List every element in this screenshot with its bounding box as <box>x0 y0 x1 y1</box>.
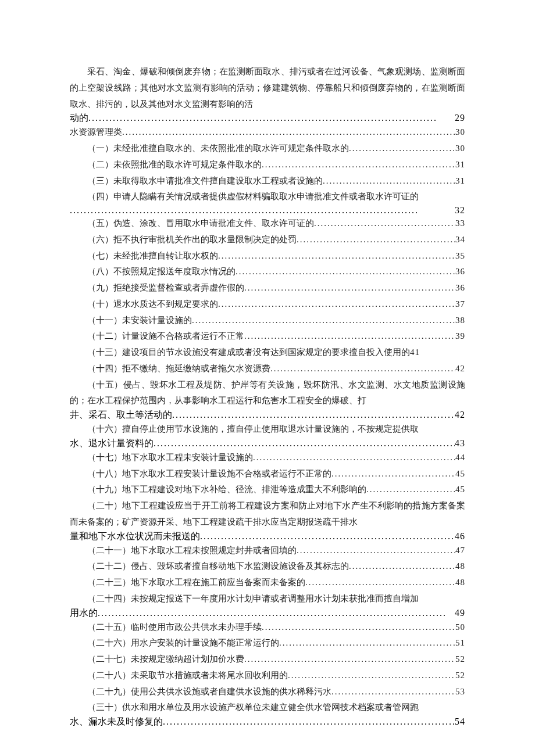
toc-item-tail-line[interactable]: 水、漏水未及时修复的54 <box>70 716 465 728</box>
toc-item-label: （十二）计量设施不合格或者运行不正常 <box>87 328 244 345</box>
toc-item-label: （十九）地下工程建设对地下水补给、径流、排泄等造成重大不利影响的 <box>87 482 366 498</box>
toc-item-label: （二十六）用水户安装的计量设施不能正常运行的 <box>87 635 279 651</box>
toc-item-tail: 用水的 <box>70 607 98 619</box>
leader-dots <box>288 668 455 684</box>
toc-page-number: 43 <box>455 438 465 449</box>
toc-item-tail-line[interactable]: 32 <box>70 205 465 216</box>
leader-dots <box>200 531 455 542</box>
leader-dots <box>172 410 455 420</box>
toc-item[interactable]: （五）伪造、涂改、冒用取水申请批准文件、取水许可证的33 <box>70 216 465 232</box>
toc-item-label: （十）退水水质达不到规定要求的 <box>87 296 218 313</box>
toc-item-label: （二十八）未采取节水措施或者未将尾水回收利用的 <box>87 668 288 684</box>
leader-dots <box>262 157 455 173</box>
toc-item-label: （二十三）地下水取水工程在施工前应当备案而未备案的 <box>87 575 305 591</box>
toc-item[interactable]: （十二）计量设施不合格或者运行不正常39 <box>70 328 465 345</box>
toc-item-body: （二十）地下工程建设应当于开工前将工程建设方案和防止对地下水产生不利影响的措施方… <box>70 498 465 531</box>
leader-dots <box>349 141 455 157</box>
toc-item[interactable]: （十九）地下工程建设对地下水补给、径流、排泄等造成重大不利影响的45 <box>70 482 465 498</box>
toc-page-number: 38 <box>455 313 465 329</box>
toc-page-number: 48 <box>455 558 465 575</box>
toc-item[interactable]: （十一）未安装计量设施的38 <box>70 313 465 329</box>
leader-dots <box>331 684 455 700</box>
toc-item[interactable]: （二十二）侵占、毁坏或者擅自移动地下水监测设施设备及其标志的48 <box>70 558 465 575</box>
toc-item[interactable]: （十）退水水质达不到规定要求的37 <box>70 296 465 313</box>
toc-item[interactable]: （十七）地下水取水工程未安装计量设施的44 <box>70 450 465 466</box>
toc-page-number: 35 <box>455 248 465 264</box>
leader-dots <box>244 328 455 345</box>
toc-item-label: （十三）建设项目的节水设施没有建成或者没有达到国家规定的要求擅自投入使用的 <box>87 345 410 361</box>
toc-item[interactable]: （十四）拒不缴纳、拖延缴纳或者拖欠水资源费42 <box>70 361 465 377</box>
toc-item[interactable]: （二十九）使用公共供水设施或者自建供水设施的供水稀释污水53 <box>70 684 465 700</box>
toc-page-number: 51 <box>455 635 465 651</box>
toc-item-label: （二十五）临时使用市政公共供水未办理手续 <box>87 619 262 636</box>
toc-item[interactable]: （二十六）用水户安装的计量设施不能正常运行的51 <box>70 635 465 651</box>
toc-item[interactable]: （一）未经批准擅自取水的、未依照批准的取水许可规定条件取水的30 <box>70 141 465 157</box>
toc-item[interactable]: （二十一）地下水取水工程未按照规定封井或者回填的47 <box>70 543 465 559</box>
toc-item[interactable]: （九）拒绝接受监督检查或者弄虚作假的36 <box>70 280 465 296</box>
leader-dots <box>236 264 455 280</box>
toc-page-number: 52 <box>455 651 465 668</box>
toc-item-body: （十五）侵占、毁坏水工程及堤防、护岸等有关设施，毁坏防汛、水文监测、水文地质监测… <box>70 377 465 410</box>
toc-item-tail-line[interactable]: 用水的49 <box>70 607 465 619</box>
toc-page-number: 52 <box>455 668 465 684</box>
toc-item[interactable]: （二十七）未按规定缴纳超计划加价水费52 <box>70 651 465 668</box>
toc-item-label: （二十二）侵占、毁坏或者擅自移动地下水监测设施设备及其标志的 <box>87 558 349 575</box>
toc-page-number: 30 <box>455 124 465 141</box>
toc-item-label: （十八）地下水取水工程安装计量设施不合格或者运行不正常的 <box>87 466 331 482</box>
toc-item-tail-line[interactable]: 水、退水计量资料的43 <box>70 438 465 450</box>
toc-section-heading[interactable]: 水资源管理类 30 <box>70 124 465 141</box>
leader-dots <box>98 608 455 618</box>
toc-item[interactable]: （二）未依照批准的取水许可规定条件取水的31 <box>70 157 465 173</box>
toc-page-number: 48 <box>455 575 465 591</box>
toc-page-number: 39 <box>455 328 465 345</box>
toc-item-label: （七）未经批准擅自转让取水权的 <box>87 248 218 264</box>
toc-item-label: （九）拒绝接受监督检查或者弄虚作假的 <box>87 280 244 296</box>
leader-dots <box>323 173 455 189</box>
toc-item[interactable]: （十三）建设项目的节水设施没有建成或者没有达到国家规定的要求擅自投入使用的 41 <box>70 345 465 361</box>
toc-page-number: 32 <box>455 205 465 216</box>
toc-item-label: （五）伪造、涂改、冒用取水申请批准文件、取水许可证的 <box>87 216 314 232</box>
toc-section-label: 水资源管理类 <box>70 124 122 141</box>
toc-page-number: 42 <box>455 410 465 420</box>
toc-page-number: 41 <box>410 345 420 361</box>
leader-dots <box>279 635 455 651</box>
toc-item-tail-line[interactable]: 井、采石、取土等活动的42 <box>70 409 465 421</box>
leader-dots <box>270 361 455 377</box>
toc-page-number: 31 <box>455 173 465 189</box>
toc-item[interactable]: （八）不按照规定报送年度取水情况的36 <box>70 264 465 280</box>
toc-page-number: 47 <box>455 543 465 559</box>
leader-dots <box>88 113 455 123</box>
toc-item[interactable]: （二十八）未采取节水措施或者未将尾水回收利用的52 <box>70 668 465 684</box>
toc-page-number: 36 <box>455 280 465 296</box>
toc-page-number: 30 <box>455 141 465 157</box>
toc-page-number: 45 <box>455 482 465 498</box>
toc-item[interactable]: （二十三）地下水取水工程在施工前应当备案而未备案的48 <box>70 575 465 591</box>
toc-item-tail-line[interactable]: 量和地下水水位状况而未报送的46 <box>70 531 465 543</box>
toc-item-label: （十七）地下水取水工程未安装计量设施的 <box>87 450 253 466</box>
toc-item[interactable]: （二十五）临时使用市政公共供水未办理手续50 <box>70 619 465 636</box>
toc-item[interactable]: （十八）地下水取水工程安装计量设施不合格或者运行不正常的45 <box>70 466 465 482</box>
toc-page-number: 49 <box>455 608 465 618</box>
toc-item[interactable]: （六）拒不执行审批机关作出的取水量限制决定的处罚34 <box>70 232 465 248</box>
toc-page-number: 53 <box>455 684 465 700</box>
toc-page-number: 44 <box>455 450 465 466</box>
toc-item-label: （二十九）使用公共供水设施或者自建供水设施的供水稀释污水 <box>87 684 331 700</box>
toc-item[interactable]: （七）未经批准擅自转让取水权的35 <box>70 248 465 264</box>
toc-page-number: 54 <box>455 716 465 727</box>
leader-dots <box>154 438 455 449</box>
toc-item-label: （三）未取得取水申请批准文件擅自建设取水工程或者设施的 <box>87 173 323 189</box>
toc-item-label: （一）未经批准擅自取水的、未依照批准的取水许可规定条件取水的 <box>87 141 349 157</box>
toc-item-label: （六）拒不执行审批机关作出的取水量限制决定的处罚 <box>87 232 297 248</box>
toc-item-label: （二十七）未按规定缴纳超计划加价水费 <box>87 651 244 668</box>
toc-item-label: （八）不按照规定报送年度取水情况的 <box>87 264 236 280</box>
toc-item[interactable]: （三）未取得取水申请批准文件擅自建设取水工程或者设施的31 <box>70 173 465 189</box>
leader-dots <box>366 482 455 498</box>
toc-item-label: （十四）拒不缴纳、拖延缴纳或者拖欠水资源费 <box>87 361 270 377</box>
leader-dots <box>314 216 455 232</box>
toc-item-body: （四）申请人隐瞒有关情况或者提供虚假材料骗取取水申请批准文件或者取水许可证的 <box>70 189 465 205</box>
leader-dots <box>244 651 455 668</box>
toc-item-tail: 水、漏水未及时修复的 <box>70 716 163 728</box>
toc-page-number: 50 <box>455 619 465 636</box>
toc-page-number: 37 <box>455 296 465 313</box>
leader-dots <box>262 619 455 636</box>
